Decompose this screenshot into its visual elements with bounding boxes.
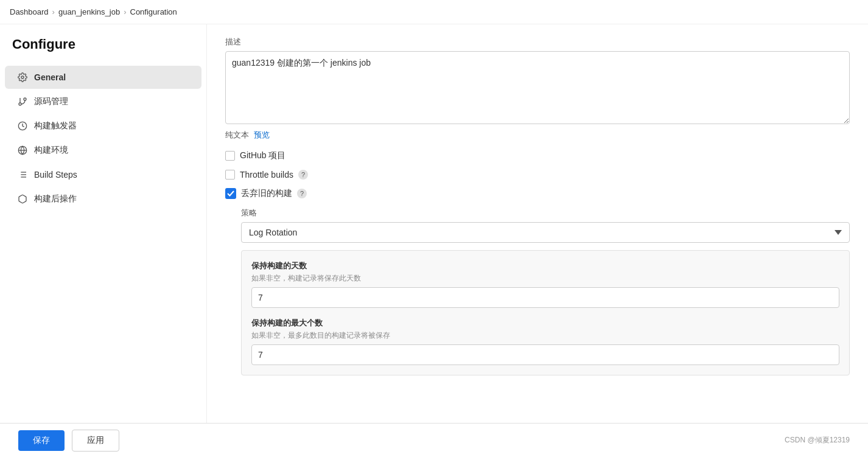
svg-point-2 (24, 98, 26, 100)
keep-max-title: 保持构建的最大个数 (251, 318, 839, 329)
throttle-builds-checkbox[interactable] (225, 170, 235, 180)
description-textarea[interactable]: guan12319 创建的第一个 jenkins job (225, 51, 850, 124)
github-project-label: GitHub 项目 (240, 150, 285, 161)
sidebar-item-source[interactable]: 源码管理 (5, 90, 201, 113)
footer-bar: 保存 应用 CSDN @倾夏12319 (0, 423, 868, 457)
sidebar-item-general[interactable]: General (5, 66, 201, 89)
throttle-builds-help-icon[interactable]: ? (298, 170, 308, 180)
keep-days-field: 保持构建的天数 如果非空，构建记录将保存此天数 (251, 260, 839, 308)
description-label: 描述 (225, 37, 850, 47)
strategy-select[interactable]: Log Rotation Build Discarder (241, 222, 850, 243)
breadcrumb-dashboard[interactable]: Dashboard (10, 7, 49, 16)
sidebar-item-post[interactable]: 构建后操作 (5, 187, 201, 211)
sidebar-item-triggers[interactable]: 构建触发器 (5, 114, 201, 138)
text-mode-row: 纯文本 预览 (225, 130, 850, 141)
breadcrumb: Dashboard › guan_jenkins_job › Configura… (0, 0, 868, 24)
strategy-label: 策略 (241, 208, 850, 218)
sidebar-item-env-label: 构建环境 (34, 145, 68, 156)
sub-fields-section: 保持构建的天数 如果非空，构建记录将保存此天数 保持构建的最大个数 如果非空，最… (241, 250, 850, 375)
throttle-builds-label: Throttle builds (240, 170, 293, 180)
discard-old-label: 丢弃旧的构建 (241, 188, 292, 199)
sidebar-title: Configure (0, 37, 206, 65)
sidebar-item-build-steps[interactable]: Build Steps (5, 163, 201, 186)
svg-point-3 (19, 103, 21, 105)
svg-point-0 (21, 76, 24, 78)
globe-icon (17, 145, 28, 156)
apply-button[interactable]: 应用 (72, 430, 119, 452)
throttle-builds-row: Throttle builds ? (225, 170, 850, 180)
sidebar-item-build-steps-label: Build Steps (34, 170, 77, 180)
save-button[interactable]: 保存 (18, 430, 65, 451)
text-mode-plain[interactable]: 纯文本 (225, 130, 249, 141)
text-mode-preview[interactable]: 预览 (254, 130, 270, 141)
cube-icon (17, 194, 28, 204)
keep-max-field: 保持构建的最大个数 如果非空，最多此数目的构建记录将被保存 (251, 318, 839, 365)
content-area: 描述 guan12319 创建的第一个 jenkins job 纯文本 预览 G… (207, 24, 868, 423)
gear-icon (17, 72, 28, 83)
discard-old-help-icon[interactable]: ? (297, 189, 307, 198)
list-icon (17, 169, 28, 180)
keep-max-input[interactable] (251, 344, 839, 365)
sidebar-item-env[interactable]: 构建环境 (5, 139, 201, 162)
trigger-icon (17, 120, 28, 131)
sidebar-item-triggers-label: 构建触发器 (34, 120, 77, 131)
sidebar-item-source-label: 源码管理 (34, 96, 68, 107)
keep-days-input[interactable] (251, 287, 839, 308)
keep-days-title: 保持构建的天数 (251, 260, 839, 271)
sidebar-item-general-label: General (34, 72, 66, 82)
keep-max-hint: 如果非空，最多此数目的构建记录将被保存 (251, 330, 839, 341)
watermark: CSDN @倾夏12319 (785, 435, 850, 445)
source-icon (17, 96, 28, 107)
discard-old-checkbox[interactable] (225, 188, 236, 199)
discard-old-row: 丢弃旧的构建 ? (225, 188, 850, 199)
breadcrumb-job[interactable]: guan_jenkins_job (58, 7, 120, 16)
sidebar-item-post-label: 构建后操作 (34, 194, 77, 204)
sidebar: Configure General 源码管理 (0, 24, 207, 423)
github-project-row: GitHub 项目 (225, 150, 850, 161)
github-project-checkbox[interactable] (225, 151, 235, 161)
strategy-section: 策略 Log Rotation Build Discarder 保持构建的天数 … (241, 208, 850, 375)
breadcrumb-page: Configuration (130, 7, 177, 16)
keep-days-hint: 如果非空，构建记录将保存此天数 (251, 273, 839, 284)
